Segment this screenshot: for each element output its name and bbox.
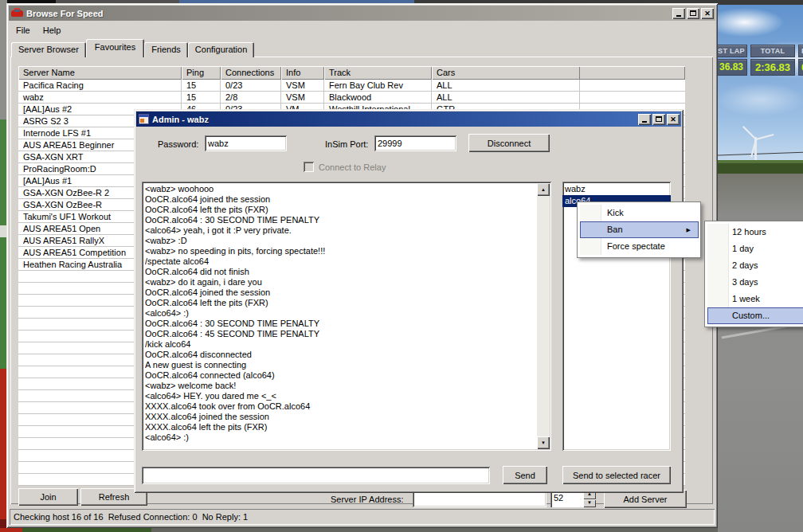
minimize-button[interactable] <box>672 8 685 19</box>
password-input[interactable]: wabz <box>205 135 287 151</box>
context-menu-item-kick[interactable]: Kick <box>580 205 699 221</box>
dialog-titlebar[interactable]: Admin - wabz ✕ <box>136 111 681 127</box>
ban-submenu: 12 hours1 day2 days3 days1 weekCustom... <box>704 221 803 327</box>
player-item-wabz[interactable]: wabz <box>562 183 671 195</box>
menu-file[interactable]: File <box>10 24 37 37</box>
tab-friends[interactable]: Friends <box>144 42 188 57</box>
server-row-pacifica-racing[interactable]: Pacifica Racing150/23VSMFern Bay Club Re… <box>18 80 685 92</box>
chat-line: /kick alco64 <box>145 339 535 350</box>
dialog-maximize-button[interactable] <box>652 114 665 125</box>
chat-line: OoCR.alco64 : 30 SECOND TIME PENALTY <box>145 319 535 329</box>
chat-line: <alco64> :) <box>145 432 535 443</box>
app-car-icon <box>11 8 23 18</box>
scroll-down-icon[interactable]: ▼ <box>537 436 550 449</box>
send-to-selected-button[interactable]: Send to selected racer <box>562 466 671 484</box>
dialog-close-button[interactable]: ✕ <box>667 114 680 125</box>
chat-line: <wabz> :D <box>145 236 535 246</box>
menu-item-label: Kick <box>607 208 624 217</box>
chat-line: <wabz> welcome back! <box>145 381 535 391</box>
hud-position-box: P 0 <box>798 45 803 76</box>
server-table-header: Server NamePingConnectionsInfoTrackCars <box>18 66 685 80</box>
tab-strip: Server Browser Favourites Friends Config… <box>11 40 254 57</box>
column-header-connections[interactable]: Connections <box>221 66 281 80</box>
bottom-edge-strip <box>0 528 718 532</box>
column-header-track[interactable]: Track <box>324 66 432 80</box>
server-ip-label: Server IP Address: <box>331 495 404 504</box>
chat-line: OoCR.alco64 connected (alco64) <box>145 370 535 381</box>
hud-position-value: 0 <box>798 59 803 76</box>
spinner-down-icon[interactable]: ▼ <box>583 499 596 508</box>
insim-port-label: InSim Port: <box>325 139 368 149</box>
main-titlebar[interactable]: Browse For Speed ✕ <box>9 6 715 21</box>
hud-total-box: TOTAL 2:36.83 <box>750 45 795 76</box>
column-header-cars[interactable]: Cars <box>432 66 580 80</box>
submenu-arrow-icon: ▶ <box>687 221 691 238</box>
menu-item-label: Force spectate <box>607 241 665 251</box>
ban-submenu-item-custom[interactable]: Custom... <box>707 307 803 324</box>
hud-lastlap-label: ST LAP <box>715 45 747 57</box>
message-input[interactable] <box>142 467 490 484</box>
context-menu-item-ban[interactable]: Ban▶ <box>580 221 699 238</box>
menu-help[interactable]: Help <box>37 24 68 37</box>
port-spinner[interactable]: 52 ▲ ▼ <box>550 491 596 507</box>
chat-line: <alco64> HEY. you dared me <_< <box>145 391 535 401</box>
hud-lastlap-value: 36.83 <box>715 59 747 76</box>
column-header-server-name[interactable]: Server Name <box>18 66 182 80</box>
window-title: Browse For Speed <box>26 9 672 18</box>
close-icon: ✕ <box>704 10 711 18</box>
chat-line: <wabz> do it again, i dare you <box>145 277 535 288</box>
minimize-icon <box>642 121 647 123</box>
column-header-info[interactable]: Info <box>281 66 324 80</box>
menu-item-label: Ban <box>607 225 623 234</box>
port-value[interactable]: 52 <box>550 491 583 507</box>
join-button[interactable]: Join <box>18 488 78 506</box>
chat-line: <wabz> woohooo <box>145 184 535 194</box>
ban-submenu-item-1-week[interactable]: 1 week <box>707 291 803 307</box>
hud-total-value: 2:36.83 <box>750 59 795 76</box>
maximize-button[interactable] <box>687 8 699 19</box>
close-button[interactable]: ✕ <box>701 8 714 19</box>
relay-checkbox[interactable] <box>304 162 314 172</box>
column-header-ping[interactable]: Ping <box>182 66 221 80</box>
scroll-up-icon[interactable]: ▲ <box>537 183 550 196</box>
hud-position-label: P <box>798 45 803 57</box>
chat-line: OoCR.alco64 did not finish <box>145 267 535 277</box>
ban-submenu-item-3-days[interactable]: 3 days <box>707 274 803 291</box>
context-menu-item-force-spectate[interactable]: Force spectate <box>580 238 699 255</box>
chat-log-content: <wabz> woohoooOoCR.alco64 joined the ses… <box>145 184 535 448</box>
chat-line: OoCR.alco64 left the pits (FXR) <box>145 298 535 308</box>
send-button[interactable]: Send <box>503 466 547 484</box>
chat-line: OoCR.alco64 left the pits (FXR) <box>145 205 535 215</box>
ban-submenu-item-2-days[interactable]: 2 days <box>707 257 803 274</box>
admin-dialog: Admin - wabz ✕ Password: wabz InSim Port… <box>134 109 684 493</box>
dialog-minimize-button[interactable] <box>638 114 651 125</box>
maximize-icon <box>656 116 662 122</box>
tab-server-browser[interactable]: Server Browser <box>11 42 86 57</box>
menu-bar: File Help <box>10 22 715 38</box>
minimize-icon <box>676 15 681 17</box>
chat-scrollbar[interactable]: ▲ ▼ <box>537 183 550 449</box>
disconnect-button[interactable]: Disconnect <box>468 134 550 152</box>
server-row-wabz[interactable]: wabz152/8VSMBlackwoodALL <box>18 92 685 104</box>
tab-configuration[interactable]: Configuration <box>188 42 254 57</box>
hud-total-label: TOTAL <box>750 45 795 57</box>
context-menu: KickBan▶Force spectate <box>577 201 701 258</box>
status-bar: Checking host 16 of 16 Refused Connectio… <box>10 509 715 525</box>
chat-log: <wabz> woohoooOoCR.alco64 joined the ses… <box>142 182 551 451</box>
chat-line: OoCR.alco64 joined the session <box>145 288 535 298</box>
tab-favourites[interactable]: Favourites <box>86 39 144 57</box>
chat-line: A new guest is connecting <box>145 360 535 370</box>
chat-line: /spectate alco64 <box>145 256 535 267</box>
insim-port-input[interactable]: 29999 <box>374 135 456 151</box>
port-spinner-buttons[interactable]: ▲ ▼ <box>583 491 596 507</box>
ban-submenu-item-12-hours[interactable]: 12 hours <box>707 224 803 241</box>
chat-line: OoCR.alco64 : 45 SECOND TIME PENALTY <box>145 329 535 339</box>
chat-line: OoCR.alco64 disconnected <box>145 350 535 360</box>
chat-line: <wabz> no speeding in pits, forcing spec… <box>145 246 535 256</box>
ban-submenu-items: 12 hours1 day2 days3 days1 weekCustom... <box>707 224 803 324</box>
ban-submenu-item-1-day[interactable]: 1 day <box>707 241 803 257</box>
close-icon: ✕ <box>670 115 676 123</box>
maximize-icon <box>690 10 696 16</box>
column-header-filler <box>580 66 685 80</box>
race-hud: ST LAP 36.83 TOTAL 2:36.83 P 0 <box>715 45 803 76</box>
